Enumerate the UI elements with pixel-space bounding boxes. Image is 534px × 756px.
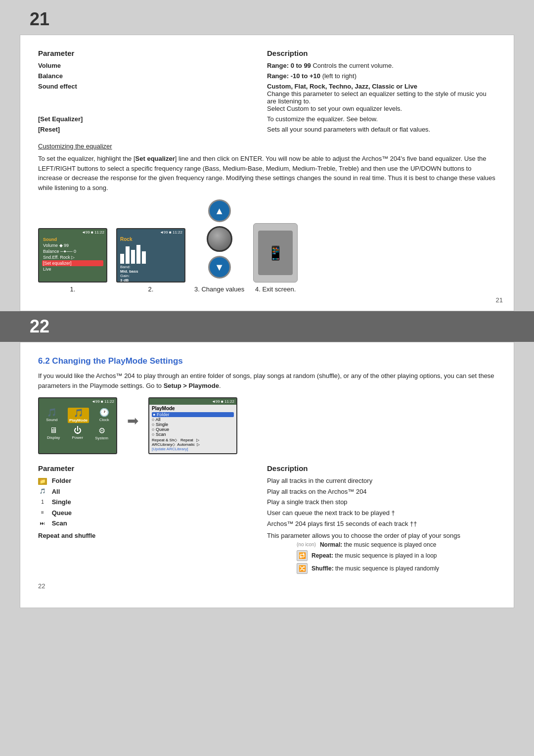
repeat-line: Repeat & Sh◇ Repeat ▷ <box>152 438 234 442</box>
page-22-num: 22 <box>38 582 496 590</box>
rock-title: Rock <box>120 236 181 242</box>
eq-bar-5 <box>142 251 146 264</box>
table-row: Volume Range: 0 to 99 Controls the curre… <box>38 60 496 71</box>
center-knob <box>207 226 232 252</box>
device-image: 📱 <box>253 223 298 283</box>
screen-3-buttons: ▲ ▼ <box>207 199 232 279</box>
band-value: Mid. bass <box>120 269 181 274</box>
folder-icon: 📁 <box>38 478 47 485</box>
desc-reset: Sets all your sound parameters with defa… <box>267 124 496 135</box>
arrow-right: ➡ <box>127 413 138 429</box>
section-heading-22: 6.2 Changing the PlayMode Settings <box>38 356 496 366</box>
col1-header: Parameter <box>38 49 267 60</box>
screenshot-3-label: 3. Change values <box>194 285 244 293</box>
desc-balance: Range: -10 to +10 (left to right) <box>267 71 496 81</box>
param-set-eq: [Set Equalizer] <box>38 114 267 124</box>
display-icon: 🖥 <box>49 426 57 435</box>
down-button: ▼ <box>208 256 231 279</box>
scan-icon: ⏭ <box>38 520 47 527</box>
desc-scan: Archos™ 204 plays first 15 seconds of ea… <box>267 518 496 529</box>
playmode-topbar2: ◄99 ■ 11:22 <box>149 398 236 405</box>
clock-icon-cell: 🕐 Clock <box>99 408 109 423</box>
table-row: ⏭ Scan Archos™ 204 plays first 15 second… <box>38 518 496 529</box>
page-22-block: 6.2 Changing the PlayMode Settings If yo… <box>20 342 514 608</box>
update-line: [Update ARCLibrary] <box>152 447 234 451</box>
table-row: 1️ Single Play a single track then stop <box>38 497 496 508</box>
setup-icons: 🎵 Sound 🎵 PlayMode 🕐 Clock <box>39 405 116 425</box>
eq-bar-2 <box>126 246 130 264</box>
queue-icon: ≡ <box>38 510 47 517</box>
repeat-options: (no icon) Normal: the music sequence is … <box>267 541 496 574</box>
screen-line: Volume ◆ 99 <box>42 242 103 248</box>
screen-line: Sound <box>42 236 103 242</box>
playmode-screen-2: ◄99 ■ 11:22 PlayMode ● Folder ○ All ○ Si… <box>148 397 237 454</box>
param-table-22: Parameter Description 📁 Folder Play all … <box>38 464 496 575</box>
section-heading-eq: Customizing the equalizer <box>38 142 496 150</box>
setup-screen: ◄99 ■ 11:22 🎵 Sound 🎵 PlayMode 🕐 Clock <box>38 397 117 454</box>
page-22-number: 22 <box>30 316 49 336</box>
screen-1-device: ◄99 ■ 11:22 Sound Volume ◆ 99 Balance ─●… <box>38 228 107 283</box>
screen-2-device: ◄99 ■ 11:22 Rock Band: Mid. bass Gain: 3… <box>116 228 185 283</box>
sound-icon-cell: 🎵 Sound <box>46 408 57 423</box>
screen-line: Live <box>42 266 103 272</box>
col2-header-22: Description <box>267 464 496 475</box>
display-icon-cell: 🖥 Display <box>47 426 60 440</box>
page-21-num: 21 <box>496 296 503 304</box>
power-icon: ⏻ <box>74 426 82 435</box>
desc-all: Play all tracks on the Archos™ 204 <box>267 486 496 497</box>
desc-folder: Play all tracks in the current directory <box>267 475 496 486</box>
gain-value: 3 dB <box>120 278 181 283</box>
sound-icon: 🎵 <box>47 408 57 417</box>
screenshots-row: ◄99 ■ 11:22 Sound Volume ◆ 99 Balance ─●… <box>38 199 496 293</box>
all-option: ○ All <box>152 417 234 422</box>
table-row: [Reset] Sets all your sound parameters w… <box>38 124 496 135</box>
desc-repeat-main: This parameter allows you to choose the … <box>267 529 496 575</box>
playmode-settings-screen: ◄99 ■ 11:22 PlayMode ● Folder ○ All ○ Si… <box>148 397 237 454</box>
eq-body-text: To set the equalizer, highlight the [Set… <box>38 154 496 192</box>
playmode-title: PlayMode <box>152 406 234 411</box>
param-all: 🎵 All <box>38 486 267 497</box>
single-icon: 1️ <box>38 499 47 506</box>
eq-bar-3 <box>131 250 135 264</box>
setup-icons2: 🖥 Display ⏻ Power ⚙ System <box>39 425 116 441</box>
queue-option: ○ Queue <box>152 427 234 432</box>
table-row: 📁 Folder Play all tracks in the current … <box>38 475 496 486</box>
table-row: 🎵 All Play all tracks on the Archos™ 204 <box>38 486 496 497</box>
table-row: Sound effect Custom, Flat, Rock, Techno,… <box>38 81 496 114</box>
desc-single: Play a single track then stop <box>267 497 496 508</box>
clock-icon: 🕐 <box>99 408 109 417</box>
param-balance: Balance <box>38 71 267 81</box>
screenshot-2-label: 2. <box>148 285 154 293</box>
no-icon-label: (no icon) <box>297 542 316 547</box>
desc-volume: Range: 0 to 99 Controls the current volu… <box>267 60 496 71</box>
table-row: Repeat and shuffle This parameter allows… <box>38 529 496 575</box>
page-21-number: 21 <box>0 0 534 35</box>
screen-line-selected: [Set equalizer] <box>42 260 103 266</box>
system-icon: ⚙ <box>98 426 105 435</box>
system-icon-cell: ⚙ System <box>95 426 108 440</box>
up-button: ▲ <box>208 199 231 222</box>
scan-option: ○ Scan <box>152 432 234 437</box>
desc-queue: User can queue the next track to be play… <box>267 508 496 519</box>
screen-2-content: Rock Band: Mid. bass Gain: 3 dB <box>117 236 184 283</box>
table-row: [Set Equalizer] To customize the equaliz… <box>38 114 496 124</box>
screenshot-3: ▲ ▼ 3. Change values <box>194 199 244 293</box>
repeat-option-row: 🔁 Repeat: the music sequence is played i… <box>297 550 496 561</box>
shuffle-icon: 🔀 <box>297 563 308 574</box>
single-option: ○ Single <box>152 422 234 427</box>
table-row: ≡ Queue User can queue the next track to… <box>38 508 496 519</box>
playmode-screen-1: ◄99 ■ 11:22 🎵 Sound 🎵 PlayMode 🕐 Clock <box>38 397 117 454</box>
eq-bar-1 <box>120 254 124 264</box>
screen-line: Snd.Eff. Rock ▷ <box>42 254 103 260</box>
screenshot-1: ◄99 ■ 11:22 Sound Volume ◆ 99 Balance ─●… <box>38 228 107 293</box>
playmode-screenshots-row: ◄99 ■ 11:22 🎵 Sound 🎵 PlayMode 🕐 Clock <box>38 397 496 454</box>
param-repeat: Repeat and shuffle <box>38 529 267 575</box>
col1-header-22: Parameter <box>38 464 267 475</box>
eq-bars-container <box>120 244 181 264</box>
shuffle-label: Shuffle: the music sequence is played ra… <box>312 565 439 572</box>
playmode-icon: 🎵 <box>74 408 84 418</box>
screen-1-content: Sound Volume ◆ 99 Balance ─●── 0 Snd.Eff… <box>39 236 106 273</box>
arc-line: ARCLibrary◇ Automatic ▷ <box>152 442 234 447</box>
folder-option: ● Folder <box>152 412 234 417</box>
repeat-label: Repeat: the music sequence is played in … <box>312 552 437 559</box>
